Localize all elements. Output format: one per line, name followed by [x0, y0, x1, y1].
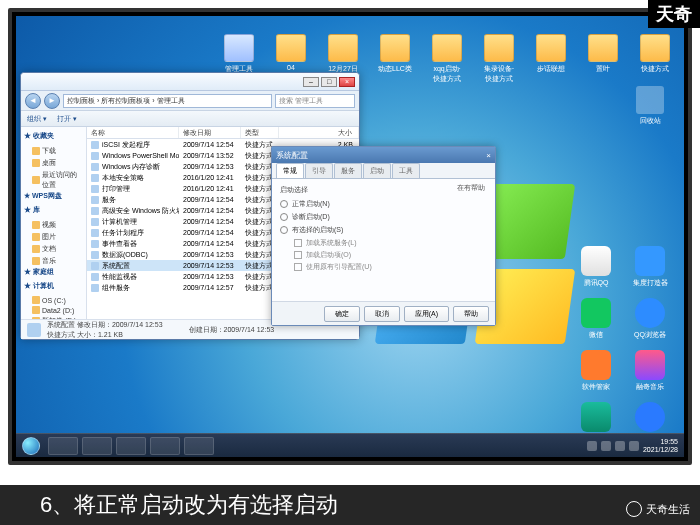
checkbox-load-startup[interactable]: 加载启动项(O)	[294, 250, 487, 260]
sidebar-item[interactable]: 音乐	[24, 255, 83, 267]
explorer-sidebar[interactable]: ★ 收藏夹下载桌面最近访问的位置★ WPS网盘★ 库视频图片文档音乐★ 家庭组★…	[21, 127, 87, 319]
desktop-shortcut[interactable]: QQ浏览器	[630, 298, 670, 340]
sidebar-item[interactable]: Data2 (D:)	[24, 305, 83, 315]
desktop-shortcut[interactable]: 动态LLC类	[378, 34, 412, 84]
taskbar-item[interactable]	[116, 437, 146, 455]
minimize-button[interactable]: –	[303, 77, 319, 87]
forward-button[interactable]: ►	[44, 93, 60, 109]
file-icon	[27, 323, 41, 337]
toolbar-item[interactable]: 组织 ▾	[27, 114, 47, 124]
explorer-toolbar: 组织 ▾打开 ▾	[21, 111, 359, 127]
taskbar-item[interactable]	[48, 437, 78, 455]
close-button[interactable]: ×	[339, 77, 355, 87]
sidebar-group[interactable]: ★ WPS网盘	[24, 191, 83, 201]
column-header[interactable]: 修改日期	[179, 127, 241, 138]
taskbar-clock[interactable]: 19:55 2021/12/28	[643, 438, 678, 453]
watermark-top: 天奇	[648, 0, 700, 28]
system-tray[interactable]: 19:55 2021/12/28	[587, 438, 684, 453]
taskbar-item[interactable]	[82, 437, 112, 455]
column-header[interactable]: 大小	[279, 127, 359, 138]
taskbar-item[interactable]	[150, 437, 180, 455]
sidebar-item[interactable]: 最近访问的位置	[24, 169, 83, 191]
desktop-shortcut[interactable]: 置叶	[586, 34, 620, 84]
checkbox-original-boot[interactable]: 使用原有引导配置(U)	[294, 262, 487, 272]
desktop-shortcut[interactable]: xqq启动·快捷方式	[430, 34, 464, 84]
desktop-shortcut[interactable]: 集度打造器	[630, 246, 670, 288]
sidebar-item[interactable]: 图片	[24, 231, 83, 243]
dialog-button[interactable]: 确定	[324, 306, 360, 322]
maximize-button[interactable]: □	[321, 77, 337, 87]
desktop-shortcut[interactable]: 集录设备·快捷方式	[482, 34, 516, 84]
dialog-tab[interactable]: 服务	[334, 163, 362, 178]
desktop-shortcut[interactable]: 腾讯QQ	[576, 246, 616, 288]
explorer-titlebar[interactable]: – □ ×	[21, 73, 359, 91]
dialog-button[interactable]: 应用(A)	[404, 306, 449, 322]
sidebar-item[interactable]: 文档	[24, 243, 83, 255]
sidebar-group[interactable]: ★ 计算机	[24, 281, 83, 291]
sidebar-item[interactable]: 下载	[24, 145, 83, 157]
dialog-button-row: 确定取消应用(A)帮助	[272, 301, 495, 325]
dialog-button[interactable]: 取消	[364, 306, 400, 322]
tray-icon[interactable]	[615, 441, 625, 451]
monitor-bezel: 管理工具类0412月27日动态LLC类xqq启动·快捷方式集录设备·快捷方式步话…	[8, 8, 692, 465]
dialog-tab[interactable]: 工具	[392, 163, 420, 178]
checkbox-load-services[interactable]: 加载系统服务(L)	[294, 238, 487, 248]
dialog-close-button[interactable]: ×	[486, 151, 491, 160]
recycle-bin-icon[interactable]: 回收站	[636, 86, 664, 126]
sidebar-item[interactable]: OS (C:)	[24, 295, 83, 305]
desktop-shortcut[interactable]: 软件管家	[576, 350, 616, 392]
explorer-address-bar: ◄ ► 控制面板 › 所有控制面板项 › 管理工具 搜索 管理工具	[21, 91, 359, 111]
column-header[interactable]: 名称	[87, 127, 179, 138]
watermark-bottom: 天奇生活	[626, 501, 690, 517]
breadcrumb[interactable]: 控制面板 › 所有控制面板项 › 管理工具	[63, 94, 272, 108]
tutorial-caption: 6、将正常启动改为有选择启动	[0, 485, 700, 525]
sidebar-group[interactable]: ★ 家庭组	[24, 267, 83, 277]
back-button[interactable]: ◄	[25, 93, 41, 109]
dialog-body: 在有帮助 启动选择 正常启动(N) 诊断启动(D) 有选择的启动(S) 加载系统…	[272, 179, 495, 301]
sidebar-item[interactable]: 视频	[24, 219, 83, 231]
taskbar[interactable]: 19:55 2021/12/28	[16, 433, 684, 457]
desktop-shortcut[interactable]: 微信	[576, 298, 616, 340]
start-button[interactable]	[16, 434, 46, 458]
desktop-shortcut[interactable]: 快捷方式	[638, 34, 672, 84]
radio-diagnostic-startup[interactable]: 诊断启动(D)	[280, 212, 487, 222]
tray-icon[interactable]	[601, 441, 611, 451]
dialog-tab[interactable]: 启动	[363, 163, 391, 178]
column-header[interactable]: 类型	[241, 127, 279, 138]
sidebar-group[interactable]: ★ 收藏夹	[24, 131, 83, 141]
search-input[interactable]: 搜索 管理工具	[275, 94, 355, 108]
tray-icon[interactable]	[629, 441, 639, 451]
file-list-header[interactable]: 名称修改日期类型大小	[87, 127, 359, 139]
dialog-tab[interactable]: 引导	[305, 163, 333, 178]
dialog-titlebar[interactable]: 系统配置 ×	[272, 147, 495, 163]
toolbar-item[interactable]: 打开 ▾	[57, 114, 77, 124]
dialog-button[interactable]: 帮助	[453, 306, 489, 322]
radio-selective-startup[interactable]: 有选择的启动(S)	[280, 225, 487, 235]
sidebar-group[interactable]: ★ 库	[24, 205, 83, 215]
msconfig-dialog[interactable]: 系统配置 × 常规引导服务启动工具 在有帮助 启动选择 正常启动(N) 诊断启动…	[271, 146, 496, 326]
sidebar-item[interactable]: 桌面	[24, 157, 83, 169]
radio-normal-startup[interactable]: 正常启动(N)	[280, 199, 487, 209]
desktop-shortcut[interactable]: 融奇音乐	[630, 350, 670, 392]
desktop[interactable]: 管理工具类0412月27日动态LLC类xqq启动·快捷方式集录设备·快捷方式步话…	[16, 16, 684, 457]
dialog-tab[interactable]: 常规	[276, 163, 304, 178]
desktop-right-shortcuts: 腾讯QQ集度打造器微信QQ浏览器软件管家融奇音乐电脑管家酷我音乐	[576, 246, 670, 444]
dialog-tabs: 常规引导服务启动工具	[272, 163, 495, 179]
monitor-frame: 天奇 管理工具类0412月27日动态LLC类xqq启动·快捷方式集录设备·快捷方…	[0, 0, 700, 525]
tray-icon[interactable]	[587, 441, 597, 451]
taskbar-item[interactable]	[184, 437, 214, 455]
desktop-shortcut[interactable]: 步话联想	[534, 34, 568, 84]
